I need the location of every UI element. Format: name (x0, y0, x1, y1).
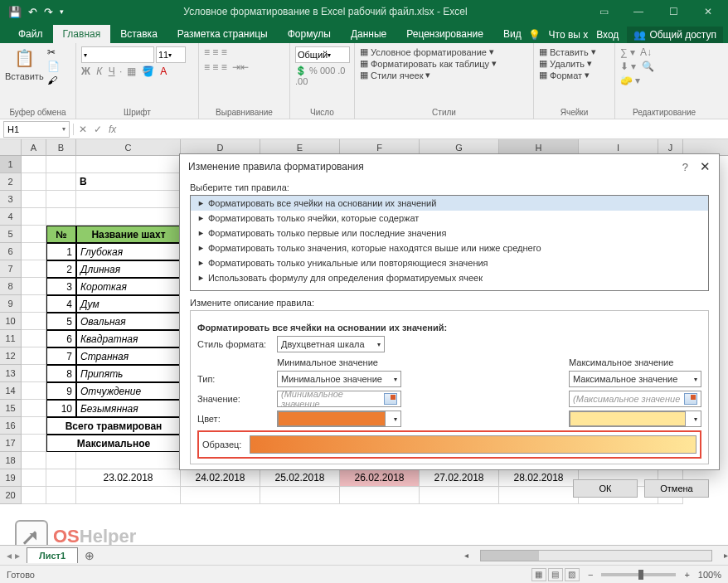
cell[interactable] (22, 330, 46, 347)
range-ref-icon[interactable] (384, 393, 397, 405)
min-value-input[interactable]: (Минимальное значение (277, 391, 401, 407)
cell[interactable] (76, 156, 181, 173)
insert-cells-button[interactable]: ▦Вставить ▾ (539, 46, 596, 57)
cell[interactable]: 7 (46, 347, 76, 365)
row-header[interactable]: 13 (0, 365, 22, 382)
cell[interactable]: Овальная (76, 313, 181, 330)
fill-icon[interactable]: 🪣 (142, 66, 154, 77)
cell[interactable] (22, 313, 46, 330)
cell[interactable]: 1 (46, 243, 76, 260)
rule-item[interactable]: ►Форматировать только ячейки, которые со… (191, 211, 708, 226)
tab-file[interactable]: Файл (8, 25, 53, 43)
name-box[interactable]: H1▾ (3, 121, 70, 138)
row-header[interactable]: 8 (0, 278, 22, 295)
cut-icon[interactable]: ✂ (47, 46, 60, 58)
cell[interactable] (22, 347, 46, 365)
new-sheet-icon[interactable]: ⊕ (78, 549, 101, 562)
row-header[interactable]: 11 (0, 330, 22, 347)
undo-icon[interactable]: ↶ (28, 6, 37, 18)
maximize-icon[interactable]: ☐ (657, 2, 690, 22)
ok-button[interactable]: ОК (573, 479, 638, 498)
format-painter-icon[interactable]: 🖌 (47, 75, 60, 86)
row-header[interactable]: 12 (0, 347, 22, 365)
tell-me[interactable]: Что вы х (549, 29, 589, 41)
row-header[interactable]: 17 (0, 435, 22, 452)
cell[interactable] (46, 487, 76, 504)
cell[interactable] (46, 191, 76, 208)
zoom-level[interactable]: 100% (698, 570, 721, 580)
row-header[interactable]: 18 (0, 452, 22, 469)
cell[interactable] (22, 226, 46, 243)
save-icon[interactable]: 💾 (8, 6, 22, 18)
max-value-input[interactable]: (Максимальное значение (569, 391, 701, 407)
cell[interactable] (46, 452, 76, 469)
cell-styles-button[interactable]: ▦Стили ячеек ▾ (360, 70, 430, 80)
cell[interactable] (76, 208, 181, 226)
tell-me-icon[interactable]: 💡 (528, 29, 541, 41)
cell[interactable] (22, 487, 46, 504)
cell[interactable] (22, 156, 46, 173)
cancel-entry-icon[interactable]: ✕ (79, 124, 87, 135)
cell[interactable] (22, 278, 46, 295)
tab-formulas[interactable]: Формулы (278, 25, 341, 43)
cell[interactable]: Безымянная (76, 400, 181, 417)
min-type-select[interactable]: Минимальное значение▾ (277, 371, 401, 387)
fontsize-select[interactable]: 11▾ (156, 46, 186, 63)
row-header[interactable]: 7 (0, 260, 22, 278)
scroll-right-icon[interactable]: ▸ (724, 551, 728, 560)
row-header[interactable]: 20 (0, 487, 22, 504)
row-header[interactable]: 1 (0, 156, 22, 173)
conditional-formatting-button[interactable]: ▦Условное форматирование ▾ (360, 46, 494, 57)
cell[interactable]: 6 (46, 330, 76, 347)
numformat-select[interactable]: Общий▾ (295, 46, 350, 63)
row-header[interactable]: 3 (0, 191, 22, 208)
cell[interactable] (22, 452, 46, 469)
redo-icon[interactable]: ↷ (44, 6, 53, 18)
cell[interactable]: Длинная (76, 260, 181, 278)
tab-pagelayout[interactable]: Разметка страницы (167, 25, 278, 43)
close-icon[interactable]: ✕ (692, 2, 725, 22)
col-header[interactable]: B (46, 139, 76, 155)
fontcolor-icon[interactable]: A (160, 66, 167, 77)
cancel-button[interactable]: Отмена (644, 479, 709, 498)
minimize-icon[interactable]: — (622, 2, 655, 22)
cell[interactable]: В (76, 173, 181, 191)
cell[interactable]: № (46, 226, 76, 243)
format-as-table-button[interactable]: ▦Форматировать как таблицу ▾ (360, 58, 497, 69)
cell[interactable] (46, 208, 76, 226)
normal-view-icon[interactable]: ▦ (531, 568, 546, 581)
sheet-tab[interactable]: Лист1 (27, 547, 78, 563)
fx-icon[interactable]: fx (109, 124, 116, 135)
cell[interactable]: Припять (76, 365, 181, 382)
format-style-select[interactable]: Двухцветная шкала▾ (277, 336, 385, 352)
row-header[interactable]: 4 (0, 208, 22, 226)
tab-review[interactable]: Рецензирование (396, 25, 493, 43)
signin[interactable]: Вход (596, 29, 619, 41)
cell[interactable] (22, 400, 46, 417)
row-header[interactable]: 10 (0, 313, 22, 330)
row-header[interactable]: 5 (0, 226, 22, 243)
max-color-select[interactable]: ▾ (569, 411, 701, 427)
cell[interactable] (22, 208, 46, 226)
border-icon[interactable]: ▦ (127, 66, 136, 77)
dialog-close-icon[interactable]: ✕ (700, 159, 711, 174)
row-header[interactable]: 2 (0, 173, 22, 191)
tab-home[interactable]: Главная (53, 25, 111, 43)
cell[interactable] (76, 452, 181, 469)
zoom-out-icon[interactable]: − (588, 570, 593, 580)
bold-icon[interactable]: Ж (81, 66, 90, 77)
cell[interactable] (22, 469, 46, 487)
help-icon[interactable]: ? (682, 161, 688, 173)
cell[interactable]: Отчуждение (76, 382, 181, 400)
tab-insert[interactable]: Вставка (110, 25, 167, 43)
cell[interactable]: 2 (46, 260, 76, 278)
italic-icon[interactable]: К (96, 66, 102, 77)
cell[interactable] (22, 173, 46, 191)
underline-icon[interactable]: Ч (109, 66, 115, 77)
cell[interactable] (46, 156, 76, 173)
sheet-nav-prev-icon[interactable]: ◂ (7, 550, 12, 561)
cell[interactable] (22, 435, 46, 452)
row-header[interactable]: 16 (0, 417, 22, 435)
paste-button[interactable]: 📋 Вставить (5, 46, 44, 81)
rule-type-list[interactable]: ►Форматировать все ячейки на основании и… (190, 195, 709, 291)
